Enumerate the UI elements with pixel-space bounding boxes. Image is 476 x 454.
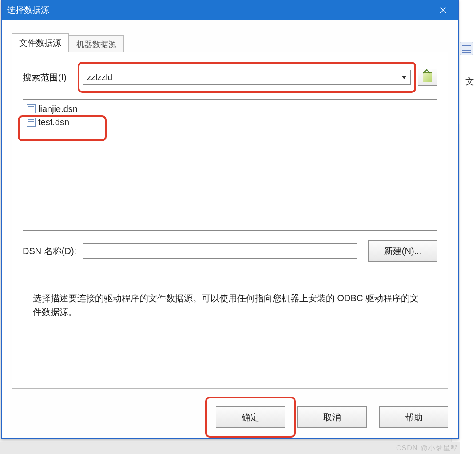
help-button[interactable]: 帮助 [379, 406, 448, 428]
cancel-button[interactable]: 取消 [298, 406, 367, 428]
dsn-name-label: DSN 名称(D): [23, 245, 83, 257]
search-scope-value: zzlzzld [87, 72, 112, 82]
button-label: 确定 [242, 411, 259, 423]
list-item[interactable]: test.dsn [25, 115, 435, 129]
tab-label: 机器数据源 [76, 40, 116, 49]
folder-up-icon [423, 72, 432, 82]
tabstrip: 文件数据源 机器数据源 [12, 33, 124, 52]
tab-machine-data-source[interactable]: 机器数据源 [69, 35, 124, 52]
tab-panel-file-data-source: 搜索范围(I): zzlzzld [12, 52, 448, 389]
search-scope-combobox[interactable]: zzlzzld [83, 70, 411, 85]
close-button[interactable] [433, 0, 453, 20]
close-icon [440, 7, 447, 14]
document-icon [460, 42, 473, 55]
svg-marker-2 [401, 76, 407, 79]
dsn-file-icon [27, 104, 36, 113]
dsn-file-icon [27, 118, 36, 127]
chevron-down-icon [401, 76, 407, 79]
list-item[interactable]: lianjie.dsn [25, 102, 435, 115]
select-data-source-dialog: 选择数据源 文件数据源 机器数据源 搜索范围(I): [1, 0, 459, 439]
tab-file-data-source[interactable]: 文件数据源 [12, 33, 69, 52]
search-scope-label: 搜索范围(I): [23, 72, 83, 84]
titlebar: 选择数据源 [2, 0, 458, 20]
dsn-name-input[interactable] [83, 243, 357, 259]
file-name: lianjie.dsn [38, 104, 78, 114]
background-panel: 文 [458, 0, 476, 454]
file-list[interactable]: lianjie.dsn test.dsn [23, 99, 437, 231]
ok-button[interactable]: 确定 [216, 406, 285, 428]
button-label: 取消 [323, 411, 341, 423]
button-label: 帮助 [405, 411, 423, 423]
background-text-fragment: 文 [463, 76, 476, 88]
window-title: 选择数据源 [7, 4, 433, 16]
folder-up-button[interactable] [418, 69, 437, 86]
new-button[interactable]: 新建(N)... [368, 240, 437, 262]
button-label: 新建(N)... [384, 245, 421, 257]
file-name: test.dsn [38, 117, 69, 127]
dialog-button-row: 确定 取消 帮助 [216, 406, 448, 428]
tab-label: 文件数据源 [19, 38, 61, 48]
background-statusbar [0, 442, 460, 454]
help-description: 选择描述要连接的驱动程序的文件数据源。可以使用任何指向您机器上安装的 ODBC … [23, 283, 437, 327]
